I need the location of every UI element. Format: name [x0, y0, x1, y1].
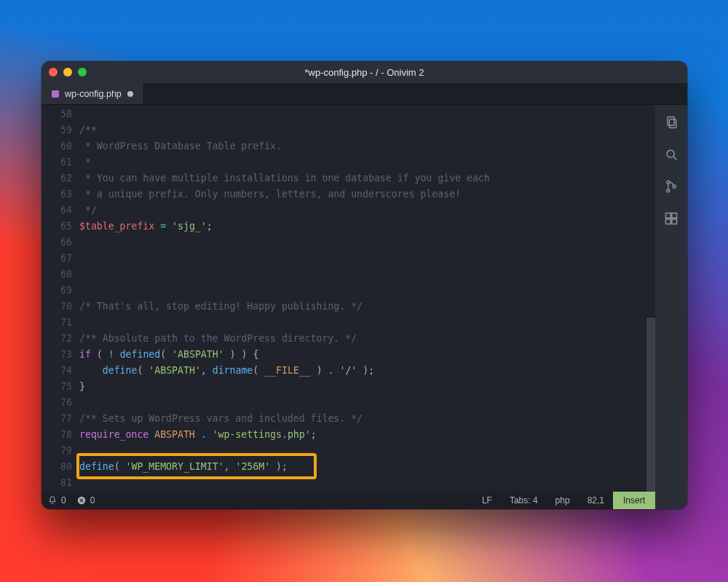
line-ending-status[interactable]: LF [473, 495, 501, 506]
line-number: 63 [41, 186, 72, 202]
code-line[interactable] [79, 491, 638, 492]
line-number: 77 [41, 411, 72, 427]
notifications-status[interactable]: 0 [47, 495, 66, 506]
svg-point-5 [667, 189, 670, 192]
svg-point-6 [673, 185, 676, 188]
code-line[interactable]: * [79, 154, 638, 170]
status-left: 0 0 [47, 495, 95, 506]
code-area[interactable]: /** * WordPress Database Table prefix. *… [79, 106, 646, 492]
code-line[interactable]: */ [79, 202, 638, 219]
line-number: 79 [41, 443, 72, 459]
line-number: 66 [41, 235, 72, 251]
fullscreen-icon[interactable] [78, 68, 87, 76]
code-line[interactable] [79, 235, 638, 251]
line-number: 82 [41, 491, 72, 492]
traffic-lights [49, 68, 87, 76]
line-gutter: 5859606162636465666768697071727374757677… [41, 106, 79, 492]
errors-status[interactable]: 0 [76, 495, 95, 506]
code-line[interactable]: } [79, 379, 638, 395]
code-line[interactable]: /** Sets up WordPress vars and included … [79, 411, 638, 427]
line-number: 64 [41, 202, 72, 219]
dirty-indicator-icon [127, 91, 133, 97]
line-number: 80 [41, 459, 72, 475]
vim-mode-status[interactable]: Insert [613, 492, 655, 509]
line-number: 73 [41, 347, 72, 363]
code-line[interactable] [79, 395, 638, 411]
line-number: 62 [41, 170, 72, 186]
svg-rect-2 [670, 119, 676, 128]
code-line[interactable]: define( 'ABSPATH', dirname( __FILE__ ) .… [79, 363, 638, 379]
bell-icon [47, 495, 58, 506]
line-number: 71 [41, 315, 72, 331]
line-number: 67 [41, 251, 72, 267]
code-line[interactable]: $table_prefix = 'sjg_'; [79, 219, 638, 235]
scrollbar-thumb[interactable] [646, 318, 655, 492]
tab-label: wp-config.php [65, 89, 122, 99]
language-status[interactable]: php [547, 495, 579, 506]
svg-point-3 [667, 150, 674, 157]
code-line[interactable] [79, 315, 638, 331]
line-number: 69 [41, 283, 72, 299]
code-line[interactable]: * WordPress Database Table prefix. [79, 138, 638, 154]
line-number: 68 [41, 267, 72, 283]
code-line[interactable] [79, 283, 638, 299]
extensions-icon[interactable] [664, 211, 678, 226]
cursor-pos-status[interactable]: 82,1 [579, 495, 613, 506]
line-number: 70 [41, 299, 72, 315]
editor[interactable]: 5859606162636465666768697071727374757677… [41, 105, 655, 492]
code-line[interactable] [79, 475, 638, 491]
code-line[interactable] [79, 443, 638, 459]
code-line[interactable]: /** [79, 122, 638, 138]
code-line[interactable]: require_once ABSPATH . 'wp-settings.php'… [79, 427, 638, 443]
line-number: 60 [41, 138, 72, 154]
errors-count: 0 [90, 495, 95, 506]
window-title: *wp-config.php - / - Onivim 2 [41, 67, 687, 78]
line-number: 76 [41, 395, 72, 411]
code-line[interactable]: /** Absolute path to the WordPress direc… [79, 331, 638, 347]
code-line[interactable] [79, 267, 638, 283]
code-line[interactable]: define( 'WP_MEMORY_LIMIT', '256M' ); [79, 459, 638, 475]
svg-rect-9 [666, 219, 671, 224]
svg-rect-1 [668, 117, 674, 126]
editor-body: 5859606162636465666768697071727374757677… [41, 105, 687, 509]
line-number: 74 [41, 363, 72, 379]
tab-strip: wp-config.php [41, 83, 687, 105]
status-bar: 0 0 LF Tabs: 4 php 82,1 Insert [41, 492, 655, 509]
svg-rect-7 [666, 213, 671, 219]
code-line[interactable]: * You can have multiple installations in… [79, 170, 638, 186]
code-line[interactable]: /* That's all, stop editing! Happy publi… [79, 299, 638, 315]
svg-rect-10 [672, 219, 677, 224]
line-number: 58 [41, 106, 72, 122]
editor-window: *wp-config.php - / - Onivim 2 wp-config.… [41, 61, 687, 509]
code-line[interactable]: * a unique prefix. Only numbers, letters… [79, 186, 638, 202]
error-icon [76, 495, 87, 506]
code-line[interactable] [79, 251, 638, 267]
code-line[interactable]: if ( ! defined( 'ABSPATH' ) ) { [79, 347, 638, 363]
status-right: LF Tabs: 4 php 82,1 Insert [473, 492, 655, 509]
files-icon[interactable] [664, 115, 678, 130]
line-number: 59 [41, 122, 72, 138]
notifications-count: 0 [61, 495, 66, 506]
php-file-icon [52, 90, 59, 98]
editor-wrap: 5859606162636465666768697071727374757677… [41, 105, 655, 509]
line-number: 61 [41, 154, 72, 170]
line-number: 78 [41, 427, 72, 443]
tab-wp-config[interactable]: wp-config.php [41, 83, 144, 104]
line-number: 81 [41, 475, 72, 491]
svg-rect-8 [672, 213, 677, 219]
titlebar[interactable]: *wp-config.php - / - Onivim 2 [41, 61, 687, 83]
code-line[interactable] [79, 106, 638, 122]
tabs-status[interactable]: Tabs: 4 [501, 495, 547, 506]
search-icon[interactable] [664, 147, 678, 162]
line-number: 65 [41, 219, 72, 235]
source-control-icon[interactable] [664, 179, 678, 194]
close-icon[interactable] [49, 68, 58, 76]
minimize-icon[interactable] [63, 68, 72, 76]
line-number: 72 [41, 331, 72, 347]
svg-point-4 [667, 181, 670, 184]
activity-bar [655, 105, 687, 509]
line-number: 75 [41, 379, 72, 395]
